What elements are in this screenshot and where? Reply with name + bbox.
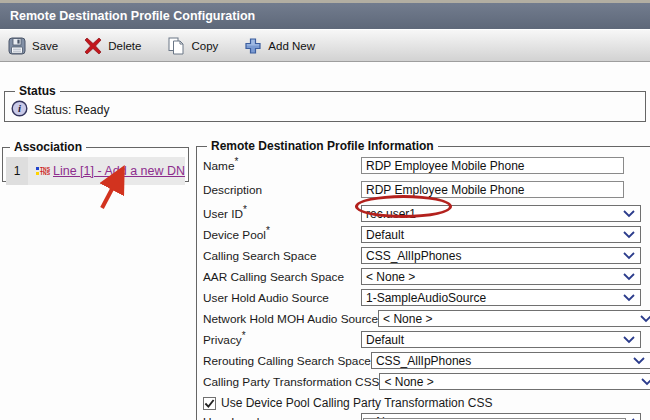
calling-party-transformation-css-label: Calling Party Transformation CSS: [203, 373, 379, 389]
rerouting-calling-search-space-label: Rerouting Calling Search Space: [203, 352, 371, 368]
device-pool-label: Device Pool*: [203, 226, 361, 242]
description-label: Description: [203, 181, 361, 197]
save-icon: [8, 37, 26, 55]
field-row-calling-search-space: Calling Search Space CSS_AllIpPhones: [203, 247, 650, 268]
delete-button-label: Delete: [108, 40, 141, 52]
network-hold-moh-audio-source-label: Network Hold MOH Audio Source: [203, 310, 378, 326]
aar-calling-search-space-select[interactable]: < None >: [361, 268, 641, 285]
toolbar: Save Delete Copy Add New: [0, 29, 650, 62]
user-hold-audio-source-select[interactable]: 1-SampleAudioSource: [361, 289, 641, 306]
field-row-rerouting-calling-search-space: Rerouting Calling Search Space CSS_AllIp…: [203, 352, 650, 373]
field-row-device-pool: Device Pool* Default: [203, 226, 650, 247]
copy-icon: [167, 37, 185, 55]
privacy-label: Privacy*: [203, 331, 361, 347]
status-text: Status: Ready: [34, 103, 109, 117]
user-locale-label: User Locale: [203, 413, 361, 420]
chevron-down-icon: [623, 252, 635, 260]
chevron-down-icon: [623, 273, 635, 281]
info-icon: i: [11, 100, 28, 120]
save-button[interactable]: Save: [8, 37, 58, 55]
add-new-button[interactable]: Add New: [244, 37, 315, 55]
aar-calling-search-space-label: AAR Calling Search Space: [203, 268, 361, 284]
save-button-label: Save: [32, 40, 58, 52]
name-label: Name*: [203, 157, 361, 173]
user-id-label: User ID*: [203, 205, 361, 221]
field-row-user-hold-audio-source: User Hold Audio Source 1-SampleAudioSour…: [203, 289, 650, 310]
association-legend: Association: [10, 140, 86, 154]
page-title: Remote Destination Profile Configuration: [0, 3, 650, 29]
status-legend: Status: [15, 84, 60, 98]
field-row-aar-calling-search-space: AAR Calling Search Space < None >: [203, 268, 650, 289]
description-input[interactable]: [361, 181, 624, 198]
association-section: Association 1 TNS TNS Line [1] - Add a n…: [2, 140, 189, 182]
association-row-index: 1: [6, 157, 28, 185]
chevron-down-icon: [623, 336, 635, 344]
use-device-pool-css-checkbox[interactable]: [203, 397, 216, 410]
field-row-use-device-pool-css: Use Device Pool Calling Party Transforma…: [203, 395, 650, 411]
field-row-calling-party-transformation-css: Calling Party Transformation CSS < None …: [203, 373, 650, 394]
field-row-network-hold-moh-audio-source: Network Hold MOH Audio Source < None >: [203, 310, 650, 331]
chevron-down-icon: [633, 357, 645, 365]
calling-party-transformation-css-select[interactable]: < None >: [379, 373, 650, 390]
chevron-down-icon: [623, 231, 635, 239]
user-hold-audio-source-label: User Hold Audio Source: [203, 289, 361, 305]
device-pool-select[interactable]: Default: [361, 226, 641, 243]
chevron-down-icon: [623, 210, 635, 218]
name-input[interactable]: [361, 157, 624, 174]
calling-search-space-label: Calling Search Space: [203, 247, 361, 263]
field-row-name: Name*: [203, 157, 650, 181]
network-hold-moh-audio-source-select[interactable]: < None >: [378, 310, 650, 327]
profile-info-section: Remote Destination Profile Information N…: [196, 139, 650, 420]
chevron-down-icon: [640, 315, 650, 323]
page-title-text: Remote Destination Profile Configuration: [10, 9, 255, 23]
add-new-icon: [244, 37, 262, 55]
delete-icon: [84, 37, 102, 55]
chevron-down-icon: [641, 378, 650, 386]
chevron-down-icon: [623, 294, 635, 302]
add-new-button-label: Add New: [268, 40, 315, 52]
association-row: 1 TNS TNS Line [1] - Add a new DN: [6, 157, 185, 185]
add-new-dn-link[interactable]: Line [1] - Add a new DN: [53, 164, 185, 178]
field-row-privacy: Privacy* Default: [203, 331, 650, 352]
use-device-pool-css-label: Use Device Pool Calling Party Transforma…: [221, 396, 492, 410]
delete-button[interactable]: Delete: [84, 37, 141, 55]
copy-button[interactable]: Copy: [167, 37, 218, 55]
status-section: Status i Status: Ready: [4, 84, 646, 122]
line-icon: TNS TNS: [36, 167, 50, 176]
user-id-select[interactable]: rec.user1: [361, 205, 641, 222]
privacy-select[interactable]: Default: [361, 331, 641, 348]
calling-search-space-select[interactable]: CSS_AllIpPhones: [361, 247, 641, 264]
profile-info-legend: Remote Destination Profile Information: [207, 139, 438, 153]
field-row-user-id: User ID* rec.user1: [203, 205, 650, 226]
field-row-description: Description: [203, 181, 650, 205]
copy-button-label: Copy: [191, 40, 218, 52]
remote-destination-profile-page: { "title_bar": { "title": "Remote Destin…: [0, 0, 650, 420]
rerouting-calling-search-space-select[interactable]: CSS_AllIpPhones: [371, 352, 650, 369]
